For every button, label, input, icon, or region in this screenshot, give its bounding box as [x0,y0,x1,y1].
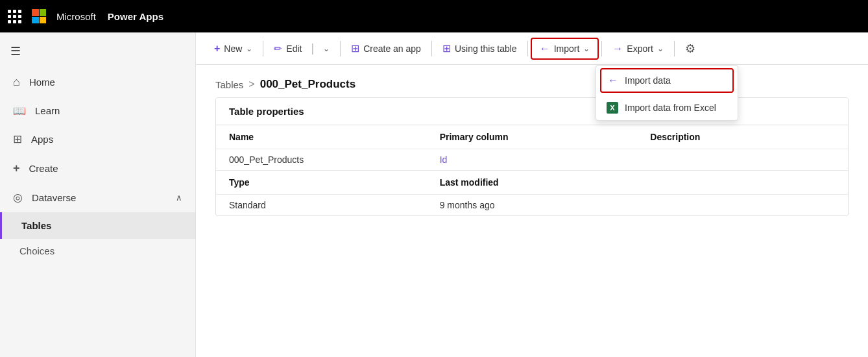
col-header-empty [637,170,848,195]
settings-button[interactable]: ⚙ [677,38,703,60]
new-button[interactable]: + New ⌄ [206,39,260,58]
import-arrow-icon: ← [540,43,550,55]
col-header-lastmodified: Last modified [427,170,638,195]
table-properties-grid: Name Primary column Description 000_Pet_… [216,125,848,215]
tables-label: Tables [21,220,51,231]
col-value-primary[interactable]: Id [427,149,638,170]
product-name: Power Apps [108,11,163,22]
sidebar-item-apps[interactable]: ⊞ Apps [0,125,195,154]
col-header-type: Type [216,170,427,195]
divider-2 [340,41,341,56]
microsoft-label: Microsoft [56,11,96,22]
table-properties-title: Table properties [216,98,848,125]
waffle-menu[interactable] [8,10,21,23]
col-header-description: Description [637,125,848,149]
main-content: + New ⌄ ✏ Edit | ⌄ ⊞ Create an app ⊞ Us [196,32,868,357]
sidebar-item-home[interactable]: Home [0,68,195,97]
sidebar-item-choices[interactable]: Choices [0,239,195,263]
import-dropdown: ← Import data X Import data from Excel [596,65,738,121]
col-value-description [637,149,848,170]
import-excel-option[interactable]: X Import data from Excel [596,95,738,120]
sidebar-apps-label: Apps [31,134,53,145]
export-button[interactable]: → Export ⌄ [605,39,671,58]
divider-1 [263,41,263,56]
col-value-lastmodified: 9 months ago [427,195,638,215]
edit-label: Edit [286,43,302,54]
sidebar-home-label: Home [29,77,55,88]
breadcrumb-separator: > [248,79,254,90]
export-label: Export [627,43,653,54]
import-chevron-icon: ⌄ [583,44,590,53]
divider-4 [527,41,528,56]
sidebar-item-create[interactable]: + Create [0,154,195,183]
import-excel-label: Import data from Excel [625,103,716,113]
edit-pencil-icon: ✏ [274,43,282,55]
sidebar: ☰ Home 📖 Learn ⊞ Apps + Create ◎ Dataver… [0,32,196,357]
col-header-name: Name [216,125,427,149]
new-plus-icon: + [214,43,220,55]
edit-chevron-icon: ⌄ [323,44,330,53]
using-table-icon: ⊞ [442,42,451,55]
import-data-option[interactable]: ← Import data [600,68,734,93]
divider-3 [431,41,432,56]
breadcrumb: Tables > 000_Pet_Products [196,65,868,97]
sidebar-item-dataverse[interactable]: ◎ Dataverse ∧ [0,183,195,212]
breadcrumb-tables[interactable]: Tables [215,79,243,90]
col-header-primary: Primary column [427,125,638,149]
microsoft-logo [32,9,46,23]
export-chevron-icon: ⌄ [657,44,664,53]
import-excel-icon: X [607,102,618,114]
dataverse-icon: ◎ [13,191,23,204]
sidebar-learn-label: Learn [35,105,60,116]
new-chevron-icon: ⌄ [246,44,252,53]
col-value-name: 000_Pet_Products [216,149,427,170]
import-data-icon: ← [608,75,618,86]
divider-6 [674,41,675,56]
apps-icon: ⊞ [13,132,22,146]
create-app-button[interactable]: ⊞ Create an app [343,38,429,58]
hamburger-button[interactable]: ☰ [0,38,195,65]
divider-5 [601,41,602,56]
edit-button[interactable]: ✏ Edit [266,39,309,58]
create-app-icon: ⊞ [351,42,359,55]
toolbar-divider-small: | [311,42,314,55]
sidebar-item-tables[interactable]: Tables [0,212,195,239]
using-table-label: Using this table [455,43,517,54]
create-app-label: Create an app [363,43,421,54]
top-navigation: Microsoft Power Apps [0,0,868,32]
table-properties-section: Table properties Name Primary column Des… [215,97,849,216]
sidebar-create-label: Create [29,163,58,174]
edit-chevron-button[interactable]: ⌄ [315,40,337,57]
import-data-label: Import data [625,75,671,86]
export-arrow-icon: → [612,43,623,55]
sidebar-item-learn[interactable]: 📖 Learn [0,97,195,125]
import-label: Import [554,43,580,54]
sidebar-dataverse-label: Dataverse [32,192,76,203]
breadcrumb-current-table: 000_Pet_Products [260,78,356,91]
settings-icon: ⚙ [685,42,695,56]
learn-icon: 📖 [13,105,26,117]
create-icon: + [13,162,20,175]
using-table-button[interactable]: ⊞ Using this table [435,38,525,58]
home-icon [13,75,20,89]
choices-label: Choices [19,245,54,256]
toolbar: + New ⌄ ✏ Edit | ⌄ ⊞ Create an app ⊞ Us [196,32,868,65]
main-layout: ☰ Home 📖 Learn ⊞ Apps + Create ◎ Dataver… [0,32,868,357]
col-value-type: Standard [216,195,427,215]
dataverse-chevron-icon: ∧ [176,193,182,203]
col-value-empty [637,195,848,215]
new-label: New [224,43,242,54]
import-button[interactable]: ← Import ⌄ [531,38,599,60]
